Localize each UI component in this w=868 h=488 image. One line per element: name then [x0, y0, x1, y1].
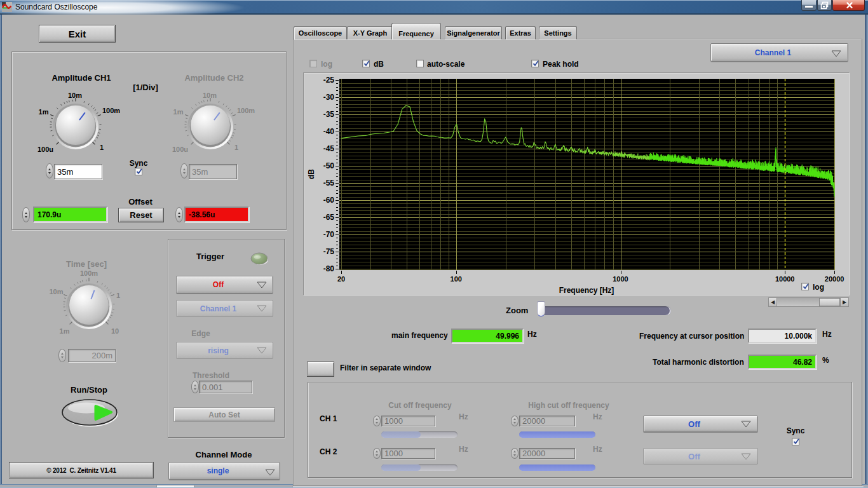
svg-text:-75: -75 [323, 247, 335, 256]
svg-text:-35: -35 [323, 110, 335, 119]
svg-text:-50: -50 [323, 161, 335, 170]
svg-text:-60: -60 [323, 196, 335, 205]
svg-text:Frequency [Hz]: Frequency [Hz] [559, 286, 614, 295]
svg-text:20000: 20000 [825, 275, 844, 283]
svg-text:100: 100 [451, 275, 462, 283]
svg-text:-30: -30 [323, 93, 335, 102]
svg-text:-70: -70 [323, 230, 335, 239]
svg-text:-80: -80 [323, 264, 335, 273]
svg-text:1000: 1000 [613, 275, 628, 283]
svg-text:-40: -40 [323, 127, 335, 136]
svg-text:-55: -55 [323, 179, 335, 187]
svg-text:dB: dB [307, 169, 316, 179]
svg-text:-65: -65 [323, 213, 335, 222]
svg-text:-25: -25 [323, 76, 335, 85]
svg-text:20: 20 [337, 275, 345, 283]
svg-text:10000: 10000 [775, 275, 795, 283]
svg-text:-45: -45 [323, 144, 335, 153]
